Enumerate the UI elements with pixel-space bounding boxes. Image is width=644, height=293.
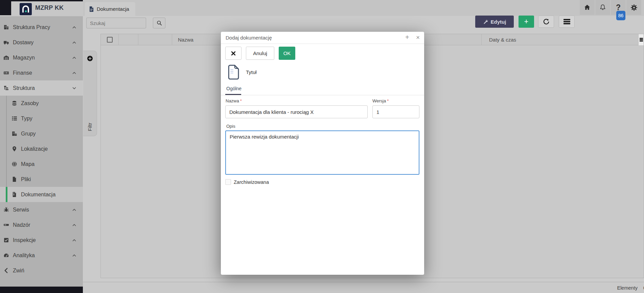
archived-checkbox-label: Zarchiwizowana [234, 179, 269, 185]
sidebar-item-analityka[interactable]: Analityka [0, 248, 83, 263]
globe-icon [11, 161, 18, 167]
chevron-up-icon [72, 26, 76, 28]
chevron-up-icon [72, 56, 76, 59]
sidebar-item-label: Analityka [13, 252, 35, 259]
chevron-down-icon [72, 87, 76, 89]
edit-button[interactable]: Edytuj [475, 16, 514, 28]
chevron-up-icon [72, 224, 76, 226]
search-icon [157, 20, 162, 26]
window-bottom-edge [0, 287, 83, 293]
sidebar-item-finanse[interactable]: Finanse [0, 65, 83, 80]
help-badge: 86 [616, 11, 625, 20]
tab-bar [83, 0, 644, 16]
sitemap-icon [3, 85, 9, 91]
description-field[interactable]: Pierwsza rewizja dokumentacji [225, 130, 419, 175]
add-button[interactable]: + [519, 16, 534, 28]
file-archive-icon [11, 191, 18, 198]
sidebar-item-nadzor[interactable]: Nadzór [0, 217, 83, 233]
archived-checkbox[interactable] [225, 179, 231, 185]
name-field[interactable] [225, 105, 368, 118]
table-header-empty-cell [138, 34, 172, 45]
search-button[interactable] [153, 18, 165, 28]
sidebar-item-mapa[interactable]: Mapa [0, 156, 83, 172]
sidebar-header: MZRP KK [0, 0, 83, 16]
chevron-up-icon [72, 239, 76, 241]
status-elements-label: Elementy [617, 285, 637, 291]
sidebar-item-grupy[interactable]: Grupy [0, 126, 83, 141]
tab-dokumentacja[interactable]: Dokumentacja [85, 2, 135, 16]
chevron-up-icon [72, 41, 76, 44]
sidebar-item-lokalizacje[interactable]: Lokalizacje [0, 141, 83, 156]
truck-icon [3, 39, 9, 46]
column-settings-button[interactable] [638, 34, 644, 45]
sidebar-item-zasoby[interactable]: Zasoby [0, 96, 83, 111]
sidebar-item-label: Dostawy [13, 40, 33, 46]
tab-general[interactable]: Ogólne [226, 86, 242, 91]
ok-button[interactable]: OK [279, 47, 295, 60]
home-icon [584, 4, 591, 11]
sidebar-item-label: Struktura [13, 85, 35, 91]
sidebar-item-typy[interactable]: Typy [0, 111, 83, 126]
dialog-x-button[interactable] [225, 47, 242, 60]
sidebar-nav: Struktura Pracy Dostawy Magazyn Finanse … [0, 20, 83, 278]
dialog-header[interactable]: Dodaj dokumentację + × [221, 32, 424, 44]
filter-tab-label: Filtr [87, 123, 93, 131]
sidebar-item-dostawy[interactable]: Dostawy [0, 35, 83, 50]
chevron-up-icon [72, 254, 76, 257]
add-documentation-dialog: Dodaj dokumentację + × Anuluj OK Tytuł O… [221, 32, 424, 275]
database-icon [11, 100, 18, 106]
sidebar-item-magazyn[interactable]: Magazyn [0, 50, 83, 65]
cancel-button[interactable]: Anuluj [246, 47, 274, 60]
sidebar-item-struktura[interactable]: Struktura [0, 80, 83, 96]
dialog-expand-icon[interactable]: + [405, 34, 409, 41]
tab-divider [221, 95, 424, 95]
sidebar-item-label: Inspekcje [13, 237, 36, 243]
sidebar-item-dokumentacja[interactable]: Dokumentacja [0, 187, 83, 202]
dialog-title: Dodaj dokumentację [226, 35, 272, 41]
sidebar-item-label: Serwis [13, 207, 29, 213]
version-field[interactable] [372, 105, 419, 118]
description-field-label: Opis [226, 124, 235, 129]
sidebar-item-label: Grupy [21, 131, 36, 137]
sidebar-item-inspekcje[interactable]: Inspekcje [0, 233, 83, 248]
sidebar-item-label: Dokumentacja [21, 192, 55, 198]
refresh-button[interactable] [538, 16, 554, 28]
window-corner [0, 0, 11, 15]
check-square-icon [3, 237, 9, 243]
notifications-button[interactable] [595, 0, 610, 15]
table-header-checkbox-cell [101, 34, 119, 45]
dialog-close-icon[interactable]: × [416, 34, 420, 41]
search-input[interactable] [86, 18, 146, 28]
warehouse-icon [3, 54, 9, 61]
sidebar-item-serwis[interactable]: Serwis [0, 202, 83, 217]
edit-button-label: Edytuj [491, 19, 506, 25]
sidebar-item-label: Struktura Pracy [13, 24, 50, 30]
tab-label: Dokumentacja [97, 6, 129, 12]
brand-name: MZRP KK [35, 4, 64, 11]
building-icon [3, 24, 9, 30]
table-header-dates[interactable]: Daty & czas [482, 34, 639, 45]
sidebar: MZRP KK Struktura Pracy Dostawy Magazyn … [0, 0, 83, 293]
chevron-up-icon [72, 72, 76, 74]
home-button[interactable] [580, 0, 595, 15]
sidebar-item-label: Finanse [13, 70, 32, 76]
sidebar-submenu-struktura: Zasoby Typy Grupy Lokalizacje Mapa Pliki [0, 96, 83, 202]
list-icon [11, 115, 18, 122]
sidebar-item-pliki[interactable]: Pliki [0, 172, 83, 187]
bug-icon [3, 206, 9, 213]
sidebar-item-struktura-pracy[interactable]: Struktura Pracy [0, 20, 83, 35]
select-all-checkbox[interactable] [107, 37, 113, 43]
filter-panel-tab[interactable]: Filtr [83, 51, 97, 136]
sidebar-item-label: Typy [21, 116, 32, 122]
sidebar-item-label: Zwiń [13, 268, 24, 274]
required-asterisk: * [240, 98, 242, 103]
app-logo[interactable] [20, 3, 32, 15]
sidebar-item-label: Magazyn [13, 55, 35, 61]
chevron-left-icon [3, 267, 9, 274]
tools-icon [483, 19, 488, 24]
sidebar-item-zwin[interactable]: Zwiń [0, 263, 83, 278]
sidebar-item-label: Mapa [21, 161, 34, 167]
hamburger-icon [640, 37, 643, 42]
settings-button[interactable] [626, 0, 641, 15]
table-menu-button[interactable] [559, 16, 575, 28]
